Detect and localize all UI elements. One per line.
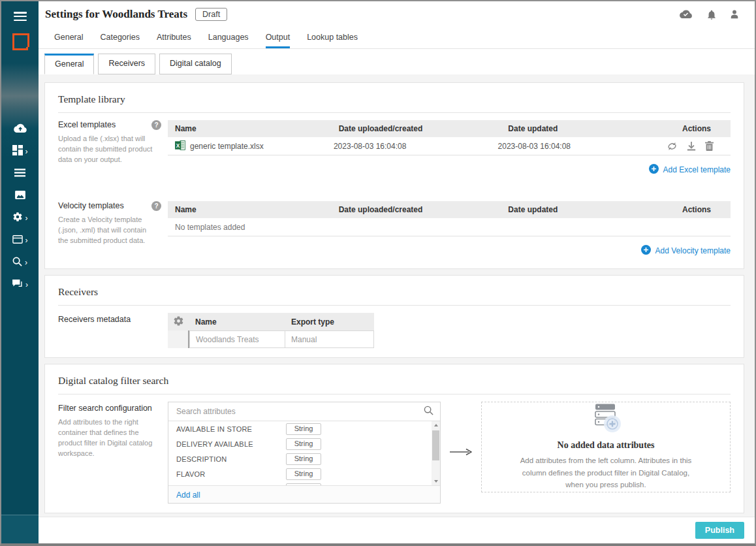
excel-templates-section: Excel templates ? Upload a file (.xlsx) … xyxy=(58,120,731,178)
sidebar-item-media[interactable] xyxy=(1,185,39,207)
help-icon[interactable]: ? xyxy=(151,201,161,211)
scrollbar-thumb[interactable] xyxy=(432,430,439,460)
add-excel-template-button[interactable]: Add Excel template xyxy=(649,164,731,176)
column-header: Actions xyxy=(682,124,731,133)
attribute-type-badge xyxy=(286,483,321,486)
chevron-right-icon: › xyxy=(25,281,28,288)
attribute-type-badge: String xyxy=(286,438,321,450)
tab-lookup-tables[interactable]: Lookup tables xyxy=(298,26,366,48)
sidebar-item-panel[interactable]: › xyxy=(1,229,39,251)
attribute-type-badge: String xyxy=(286,468,321,480)
subtab-receivers[interactable]: Receivers xyxy=(98,54,155,74)
gear-icon xyxy=(12,212,23,225)
date-uploaded: 2023-08-03 16:04:08 xyxy=(334,142,498,151)
receivers-section: Receivers metadata Name Export type xyxy=(58,313,731,348)
column-header: Date updated xyxy=(508,205,682,214)
list-item[interactable]: DELIVERY AVAILABLE String xyxy=(168,436,440,451)
attribute-list-footer: Add all xyxy=(168,485,440,503)
receiver-name-cell: Woodlands Treats xyxy=(189,330,285,348)
svg-text:X: X xyxy=(176,142,180,148)
sidebar-item-apps[interactable]: › xyxy=(1,140,39,163)
attribute-list: AVAILABLE IN STORE String DELIVERY AVAIL… xyxy=(168,421,440,485)
search-icon xyxy=(424,406,433,418)
plus-circle-icon xyxy=(641,245,651,257)
sidebar-item-upload[interactable] xyxy=(1,118,39,140)
tab-attributes[interactable]: Attributes xyxy=(148,26,200,48)
attribute-name: AVAILABLE IN STORE xyxy=(176,425,286,433)
section-heading: Template library xyxy=(58,93,731,113)
scroll-up-arrow[interactable] xyxy=(432,421,440,429)
sidebar-item-settings[interactable]: › xyxy=(1,207,39,229)
sub-tabs: General Receivers Digital catalog xyxy=(39,49,755,74)
attribute-type-badge: String xyxy=(286,423,321,435)
subtab-digital-catalog[interactable]: Digital catalog xyxy=(159,54,232,74)
attribute-type-badge: String xyxy=(286,453,321,465)
list-item-partial[interactable] xyxy=(168,481,440,485)
column-header: Date uploaded/created xyxy=(339,205,509,214)
row-actions xyxy=(667,141,731,151)
velocity-templates-labels: Velocity templates ? Create a Velocity t… xyxy=(58,201,168,259)
tab-output[interactable]: Output xyxy=(257,26,299,48)
column-header: Date updated xyxy=(508,124,682,133)
column-header: Name xyxy=(168,205,339,214)
attribute-name: DESCRIPTION xyxy=(176,455,286,463)
list-item[interactable]: DESCRIPTION String xyxy=(168,451,440,466)
table-empty-row: No templates added xyxy=(168,218,731,236)
date-updated: 2023-08-03 16:04:08 xyxy=(498,142,667,151)
chevron-right-icon: › xyxy=(25,215,28,221)
menu-icon[interactable] xyxy=(14,12,27,22)
list-item[interactable]: FLAVOR String xyxy=(168,466,440,481)
filter-search-section: Filter search configuration Add attribut… xyxy=(58,402,731,504)
publish-button[interactable]: Publish xyxy=(695,522,744,539)
panel-icon xyxy=(12,234,23,246)
gear-icon[interactable] xyxy=(173,315,184,329)
content-area: Template library Excel templates ? Uploa… xyxy=(39,74,755,517)
help-icon[interactable]: ? xyxy=(151,120,161,130)
tab-languages[interactable]: Languages xyxy=(200,26,257,48)
attribute-picker: AVAILABLE IN STORE String DELIVERY AVAIL… xyxy=(168,402,441,504)
plus-circle-icon xyxy=(649,164,659,176)
bell-icon[interactable] xyxy=(707,9,716,20)
tab-general[interactable]: General xyxy=(46,26,91,48)
add-velocity-template-button[interactable]: Add Velocity template xyxy=(641,245,731,257)
field-label: Filter search configuration xyxy=(58,404,152,413)
add-all-link[interactable]: Add all xyxy=(176,490,200,500)
header-icons xyxy=(678,9,739,20)
search-input[interactable] xyxy=(175,406,418,417)
sidebar-item-chat[interactable]: › xyxy=(1,274,39,296)
sidebar-footer xyxy=(1,515,39,543)
download-icon[interactable] xyxy=(687,141,696,151)
panel-template-library: Template library Excel templates ? Uploa… xyxy=(44,82,744,269)
scrollbar xyxy=(432,421,440,485)
chevron-right-icon: › xyxy=(25,237,28,244)
receiver-export-type-cell: Manual xyxy=(285,330,374,348)
top-tabs: General Categories Attributes Languages … xyxy=(39,26,755,49)
sidebar-item-list[interactable] xyxy=(1,163,39,185)
field-description: Add attributes to the right container th… xyxy=(58,417,155,459)
row-handle xyxy=(168,330,189,348)
user-icon[interactable] xyxy=(730,9,739,20)
trash-icon[interactable] xyxy=(705,141,714,151)
chevron-right-icon: › xyxy=(25,259,27,266)
field-label: Velocity templates xyxy=(58,201,124,210)
sidebar: › › › xyxy=(1,1,39,543)
media-image-icon xyxy=(15,190,25,202)
excel-templates-table: Name Date uploaded/created Date updated … xyxy=(168,120,731,178)
column-header: Export type xyxy=(285,317,374,327)
filter-search-labels: Filter search configuration Add attribut… xyxy=(58,402,168,504)
scroll-down-arrow[interactable] xyxy=(432,477,440,485)
sidebar-nav: › › › xyxy=(1,118,39,296)
table-row: X generic template.xlsx 2023-08-03 16:04… xyxy=(168,137,731,155)
cloud-check-icon[interactable] xyxy=(678,9,693,20)
column-header: Actions xyxy=(682,205,731,214)
app-logo[interactable] xyxy=(12,33,29,50)
page-title: Settings for Woodlands Treats xyxy=(45,8,187,21)
subtab-general[interactable]: General xyxy=(44,54,94,74)
main-area: Settings for Woodlands Treats Draft Gene… xyxy=(39,1,755,543)
list-item[interactable]: AVAILABLE IN STORE String xyxy=(168,421,440,436)
tab-categories[interactable]: Categories xyxy=(91,26,148,48)
replace-icon[interactable] xyxy=(667,141,678,151)
attribute-name: DELIVERY AVAILABLE xyxy=(176,440,286,448)
excel-templates-labels: Excel templates ? Upload a file (.xlsx) … xyxy=(58,120,168,178)
sidebar-item-search[interactable]: › xyxy=(1,251,39,274)
